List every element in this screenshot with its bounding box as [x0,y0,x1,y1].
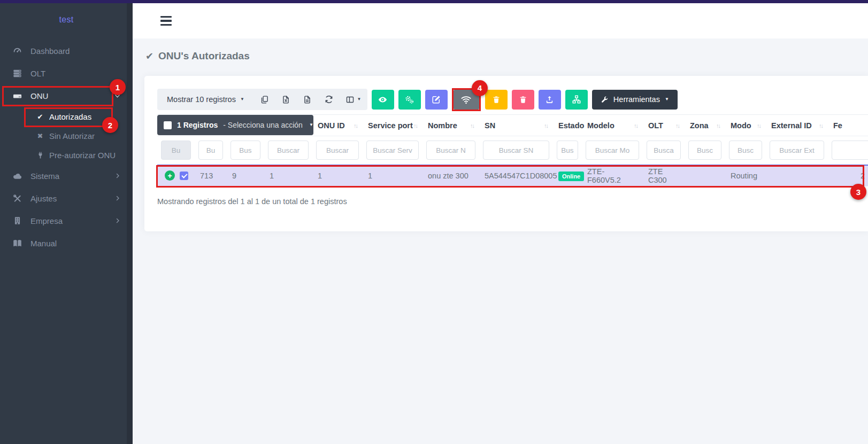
page-title: ✔ ONU's Autorizadas [145,50,868,62]
column-visibility-button[interactable]: ▼ [340,89,367,110]
column-header-service-port[interactable]: Service port↑↓ [363,115,423,136]
search-input-fecha[interactable] [832,141,868,160]
search-input-modo[interactable] [729,141,762,160]
cloud-icon [12,171,22,181]
cell-port: 1 [264,165,312,186]
tools-dropdown-button[interactable]: Herramientas ▼ [592,90,678,110]
copy-button[interactable] [254,89,275,110]
column-header-nombre[interactable]: Nombre↑↓ [423,115,479,136]
sidebar-item-manual[interactable]: Manual [0,232,133,254]
cell-board: 9 [227,165,264,186]
column-header-modo[interactable]: Modo↑↓ [725,115,766,136]
column-header-zona[interactable]: Zona↑↓ [685,115,725,136]
row-checkbox[interactable] [180,172,188,180]
search-input-onu-id[interactable] [316,141,359,160]
onu-table-row[interactable]: + 713 9 1 1 1 onu zte 300 5A544547C1D080… [157,165,868,186]
show-entries-dropdown[interactable]: Mostrar 10 registros ▼ [157,95,254,104]
sort-icon: ↑↓ [634,122,637,129]
chevron-right-icon [114,195,121,201]
upload-button[interactable] [539,90,561,110]
sidebar-subitem-label: Sin Autorizar [49,131,95,141]
status-badge: Online [558,172,584,181]
caret-down-icon: ▼ [309,123,313,127]
sidebar-item-label: ONU [30,91,48,100]
refresh-button[interactable] [318,89,340,110]
edit-icon [432,95,441,104]
trash-danger-button[interactable] [512,90,534,110]
autoconfig-button[interactable] [398,90,421,110]
check-icon: ✔ [35,113,45,121]
search-input-estado[interactable] [557,141,578,160]
sidebar-subitem-label: Autorizadas [49,112,91,121]
tools-icon [12,193,22,204]
sidebar-item-label: Sistema [30,172,59,181]
search-input-service-port[interactable] [366,141,419,160]
select-all-action-dropdown[interactable]: 1 Registros - Selecciona una acción ▼ [157,115,313,135]
caret-down-icon: ▼ [240,97,244,102]
plug-icon [35,151,45,159]
search-input-sn[interactable] [483,141,549,160]
hamburger-menu-icon[interactable] [160,16,172,26]
sidebar-item-empresa[interactable]: Empresa [0,209,133,232]
brand-logo[interactable]: test [0,0,133,40]
app-header [133,3,868,38]
search-input-id[interactable] [198,141,223,160]
search-input-zona[interactable] [688,141,721,160]
chevron-down-icon [114,92,121,99]
file-export-button[interactable] [297,89,318,110]
excel-export-icon [281,95,290,104]
search-input-modelo[interactable] [586,141,639,160]
cell-estado: Online [553,165,582,186]
column-header-external-id[interactable]: External ID↑↓ [766,115,828,136]
wifi-button[interactable] [454,90,479,110]
building-icon [12,216,22,225]
file-export-icon [303,95,312,104]
search-input-external-id[interactable] [770,141,824,160]
column-header-modelo[interactable]: Modelo↑↓ [582,115,643,136]
sidebar-subitem-pre-autorizar[interactable]: Pre-autorizar ONU [0,145,133,165]
columns-icon [345,95,355,104]
sidebar-item-olt[interactable]: OLT [0,62,133,84]
edit-button[interactable] [425,90,448,110]
eye-icon [378,95,388,105]
sidebar-item-dashboard[interactable]: Dashboard [0,40,133,62]
cell-zona [685,165,725,186]
view-status-button[interactable] [372,90,394,110]
sidebar-item-ajustes[interactable]: Ajustes [0,187,133,209]
sort-icon: ↑↓ [470,122,474,129]
sitemap-button[interactable] [565,90,588,110]
caret-down-icon: ▼ [665,97,669,102]
copy-icon [260,95,269,104]
check-icon: ✔ [145,50,153,62]
search-input-olt[interactable] [647,141,681,160]
expand-row-icon[interactable]: + [165,170,175,181]
main-content: ✔ ONU's Autorizadas Mostrar 10 registros… [133,3,868,444]
column-header-onu-id[interactable]: ONU ID↑↓ [312,115,363,136]
sort-icon: ↑↓ [819,122,823,129]
caret-down-icon: ▼ [357,97,361,102]
cell-modo: Routing [725,165,766,186]
sidebar-subitem-sin-autorizar[interactable]: ✖ Sin Autorizar [0,126,133,145]
search-input-board[interactable] [231,141,260,160]
sidebar-item-sistema[interactable]: Sistema [0,165,133,187]
cell-id: 713 [195,165,227,186]
sidebar-item-label: Manual [30,239,57,248]
search-input-port[interactable] [268,141,309,160]
sidebar-subitem-autorizadas[interactable]: ✔ Autorizadas [0,107,133,126]
select-all-checkbox[interactable] [164,121,172,129]
search-input-expand[interactable] [161,141,191,160]
gauge-icon [12,46,22,56]
trash-icon [519,95,527,104]
column-header-olt[interactable]: OLT↑↓ [643,115,685,136]
trash-icon [492,95,501,104]
server-icon [12,68,22,79]
column-header-estado[interactable]: Estado [553,115,582,136]
trash-warning-button[interactable] [485,90,508,110]
cell-onu-id: 1 [312,165,363,186]
search-input-nombre[interactable] [426,141,475,160]
sidebar-item-onu[interactable]: ONU [0,84,133,107]
excel-export-button[interactable] [275,89,297,110]
column-header-sn[interactable]: SN↑↓ [479,115,553,136]
upload-icon [545,95,554,104]
column-header-fecha[interactable]: Fe [828,115,868,136]
